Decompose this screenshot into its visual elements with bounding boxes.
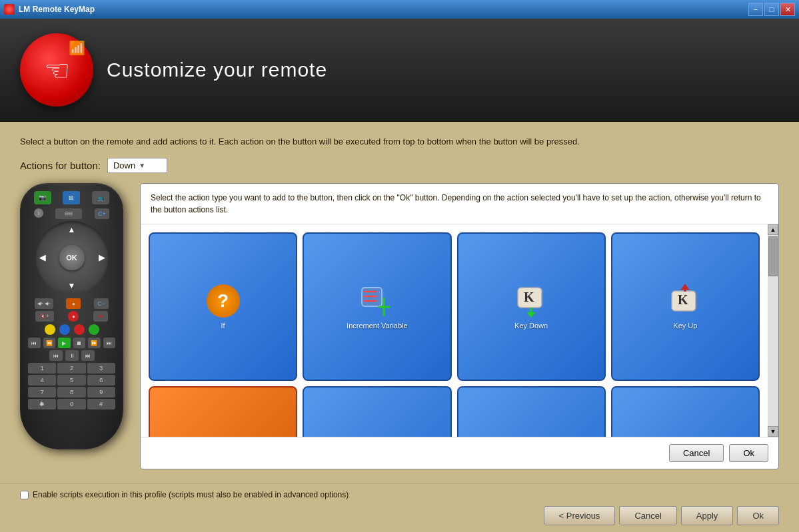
remote-play-btns2: ⏮ ⏸ ⏭ xyxy=(28,350,115,361)
remote-orange-btn[interactable]: ● xyxy=(66,298,81,309)
description-text: Select a button on the remote and add ac… xyxy=(20,135,779,148)
main-window: ☜ 📶 Customize your remote Select a butto… xyxy=(0,19,799,532)
action-item-key-down[interactable]: K Key Down xyxy=(457,232,606,381)
svg-text:K: K xyxy=(678,292,688,307)
footer: Enable scripts execution in this profile… xyxy=(0,483,799,532)
remote-nav-ring: ▲ ▼ ◀ ▶ OK xyxy=(35,221,109,294)
remote-mute-btn[interactable]: 🔇+ xyxy=(35,311,54,322)
action-panel: Select the action type you want to add t… xyxy=(140,183,779,469)
scroll-down-arrow[interactable]: ▼ xyxy=(768,426,778,437)
ok-dialog-button[interactable]: Ok xyxy=(729,444,768,462)
action-label-increment: Increment Variable xyxy=(347,322,408,330)
action-item-launch-application[interactable]: Launch Application xyxy=(303,386,451,437)
action-label-keyup: Key Up xyxy=(673,322,697,330)
remote-fwd-btn[interactable]: ⏩ xyxy=(88,338,101,348)
remote-num5[interactable]: 5 xyxy=(57,375,85,386)
remote-rew-btn[interactable]: ⏪ xyxy=(43,338,56,348)
actions-for-button-label: Actions for button: xyxy=(20,160,101,171)
main-layout: 📷 ⊞ 📺 i ⊟⊟ C+ ▲ ▼ ◀ ▶ xyxy=(20,183,779,469)
nav-down-icon[interactable]: ▼ xyxy=(68,281,76,290)
remote-pause-btn[interactable]: ⏸ xyxy=(65,350,79,361)
remote-num1[interactable]: 1 xyxy=(28,363,56,374)
remote-next2-btn[interactable]: ⏭ xyxy=(81,350,95,361)
maximize-button[interactable]: □ xyxy=(764,3,779,16)
vertical-scrollbar[interactable]: ▲ ▼ xyxy=(768,224,778,437)
remote-control: 📷 ⊞ 📺 i ⊟⊟ C+ ▲ ▼ ◀ ▶ xyxy=(20,183,123,449)
app-title: LM Remote KeyMap xyxy=(19,5,95,14)
dialog-buttons: Cancel Ok xyxy=(141,437,778,469)
if-icon: ? xyxy=(207,284,240,318)
close-button[interactable]: ✕ xyxy=(780,3,795,16)
remote-num4[interactable]: 4 xyxy=(28,375,56,386)
svg-marker-9 xyxy=(526,312,536,318)
remote-yellow-btn[interactable] xyxy=(45,324,55,335)
remote-prev-btn[interactable]: ⏮ xyxy=(28,338,41,348)
remote-cplus-btn[interactable]: C+ xyxy=(95,208,109,219)
action-item-maximize[interactable]: Maximize xyxy=(457,386,606,437)
button-dropdown[interactable]: Down ▼ xyxy=(107,158,167,173)
key-down-icon: K xyxy=(514,284,548,318)
cancel-button[interactable]: Cancel xyxy=(619,506,676,525)
remote-blue-btn[interactable] xyxy=(59,324,70,335)
minimize-button[interactable]: − xyxy=(748,3,763,16)
action-item-increment-variable[interactable]: Increment Variable xyxy=(303,232,451,381)
remote-stop-btn[interactable]: ⏹ xyxy=(73,338,86,348)
cancel-dialog-button[interactable]: Cancel xyxy=(669,444,724,462)
title-bar-controls: − □ ✕ xyxy=(748,3,795,16)
apply-button[interactable]: Apply xyxy=(681,506,734,525)
app-icon xyxy=(4,4,15,15)
ok-center-btn[interactable]: OK xyxy=(59,245,85,270)
remote-numpad: 1 2 3 4 5 6 7 8 9 ✱ 0 # xyxy=(28,363,115,409)
remote-info-row: i ⊟⊟ C+ xyxy=(28,208,115,219)
remote-tv-btn[interactable]: 📺 xyxy=(92,191,109,204)
app-logo: ☜ 📶 xyxy=(20,33,93,107)
remote-uuce-btn[interactable]: ⊟⊟ xyxy=(55,208,82,219)
remote-num9[interactable]: 9 xyxy=(87,387,115,398)
action-item-if[interactable]: ? If xyxy=(149,232,297,381)
ok-button[interactable]: Ok xyxy=(737,506,779,525)
action-panel-description: Select the action type you want to add t… xyxy=(141,184,778,224)
nav-right-icon[interactable]: ▶ xyxy=(99,253,105,262)
remote-hash[interactable]: # xyxy=(87,399,115,409)
remote-num8[interactable]: 8 xyxy=(57,387,85,398)
remote-color-btns xyxy=(28,324,115,335)
remote-prev2-btn[interactable]: ⏮ xyxy=(49,350,63,361)
nav-left-icon[interactable]: ◀ xyxy=(39,253,45,262)
remote-next-btn[interactable]: ⏭ xyxy=(103,338,116,348)
remote-play-btn[interactable]: ▶ xyxy=(58,338,71,348)
remote-vol-row: ◀+ ◀− ● C− xyxy=(28,298,115,309)
remote-green-color-btn[interactable] xyxy=(89,324,99,335)
remote-top-icons: 📷 ⊞ 📺 xyxy=(28,191,115,204)
remote-cminus-btn[interactable]: C− xyxy=(94,298,109,309)
scroll-up-arrow[interactable]: ▲ xyxy=(768,224,778,235)
remote-info-btn[interactable]: i xyxy=(34,208,43,218)
remote-num7[interactable]: 7 xyxy=(28,387,56,398)
remote-windows-btn[interactable]: ⊞ xyxy=(63,191,80,204)
remote-vol-btn[interactable]: ◀+ ◀− xyxy=(35,298,53,309)
remote-num2[interactable]: 2 xyxy=(57,363,85,374)
remote-play-btns: ⏮ ⏪ ▶ ⏹ ⏩ ⏭ xyxy=(28,338,115,348)
scroll-thumb[interactable] xyxy=(768,236,778,276)
remote-star[interactable]: ✱ xyxy=(28,399,56,409)
remote-num0[interactable]: 0 xyxy=(57,399,85,409)
remote-num6[interactable]: 6 xyxy=(87,375,115,386)
remote-heart-btn[interactable]: ♥ xyxy=(93,311,108,322)
previous-button[interactable]: < Previous xyxy=(544,506,616,525)
title-bar: LM Remote KeyMap − □ ✕ xyxy=(0,0,799,19)
scripts-checkbox[interactable] xyxy=(20,491,29,499)
chevron-down-icon: ▼ xyxy=(139,162,145,169)
key-up-icon: K xyxy=(668,284,702,318)
page-title: Customize your remote xyxy=(107,59,327,81)
action-item-key-up[interactable]: K Key Up xyxy=(611,232,760,381)
remote-red-btn[interactable] xyxy=(74,324,85,335)
remote-record-btn[interactable]: ● xyxy=(68,311,79,322)
action-item-minimize[interactable]: Minimize xyxy=(611,386,760,437)
action-item-keystroke[interactable]: A Keystroke xyxy=(149,386,297,437)
scripts-checkbox-row: Enable scripts execution in this profile… xyxy=(20,490,779,499)
remote-special-row: 🔇+ ● ♥ xyxy=(28,311,115,322)
remote-num3[interactable]: 3 xyxy=(87,363,115,374)
nav-up-icon[interactable]: ▲ xyxy=(68,225,76,234)
remote-green-btn[interactable]: 📷 xyxy=(34,191,51,204)
signal-waves-icon: 📶 xyxy=(69,40,85,56)
action-label-keydown: Key Down xyxy=(514,322,548,330)
